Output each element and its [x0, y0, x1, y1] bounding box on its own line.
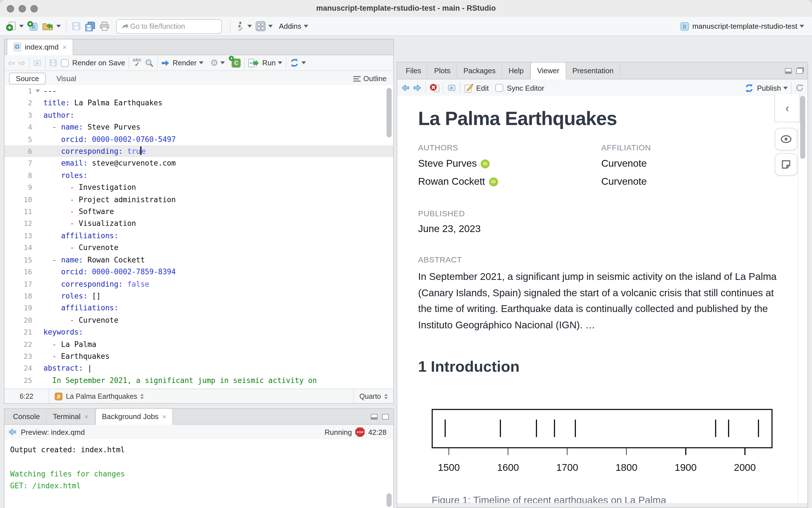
stop-job-icon[interactable]: STOP — [355, 427, 365, 437]
code-line[interactable]: 19 affiliations: — [4, 302, 393, 314]
sync-editor-checkbox[interactable] — [496, 84, 503, 92]
search-icon[interactable] — [145, 58, 154, 67]
clear-viewer-icon[interactable] — [430, 83, 440, 93]
project-selector[interactable]: R manuscript-template-rstudio-test — [679, 21, 804, 31]
code-line[interactable]: 11 - Software — [4, 206, 393, 218]
code-line[interactable]: 4 - name: Steve Purves — [4, 121, 393, 133]
tab-background-jobs[interactable]: Background Jobs × — [95, 409, 173, 425]
visibility-button[interactable] — [775, 128, 797, 151]
tab-help[interactable]: Help — [502, 62, 531, 79]
source-rerun-icon[interactable] — [290, 58, 299, 68]
code-line[interactable]: 6 corresponding: true — [4, 145, 393, 158]
console-output[interactable]: Output created: index.html Watching file… — [4, 439, 393, 508]
orcid-icon[interactable]: iD — [481, 159, 490, 168]
file-type-selector[interactable]: Quarto — [353, 389, 393, 403]
affiliation-label: AFFILIATION — [601, 143, 790, 152]
new-file-button[interactable] — [6, 21, 24, 32]
code-line[interactable]: 14 - Curvenote — [4, 242, 393, 254]
refresh-icon[interactable] — [795, 83, 804, 92]
code-line[interactable]: 18 roles: [] — [4, 290, 393, 302]
code-line[interactable]: 3author: — [4, 109, 393, 121]
editor-scrollbar[interactable] — [387, 88, 392, 137]
publish-caret[interactable] — [783, 86, 788, 89]
goto-file-input[interactable] — [129, 22, 205, 31]
code-line[interactable]: 15 - name: Rowan Cockett — [4, 254, 393, 266]
insert-chunk-icon[interactable]: C+ — [232, 58, 241, 67]
maximize-viewer-pane-icon[interactable] — [796, 68, 803, 74]
viewer-content[interactable]: La Palma Earthquakes AUTHORS AFFILIATION… — [397, 96, 808, 507]
render-on-save-checkbox[interactable] — [61, 59, 69, 67]
version-control-button[interactable] — [236, 21, 252, 32]
goto-file-search[interactable] — [116, 19, 222, 34]
orcid-icon[interactable]: iD — [489, 177, 498, 186]
save-doc-icon[interactable] — [49, 58, 57, 67]
code-line[interactable]: 9 - Investigation — [4, 182, 393, 194]
back-icon[interactable]: ⇦ — [8, 58, 15, 68]
tab-viewer[interactable]: Viewer — [530, 62, 566, 79]
code-line[interactable]: 20 - Curvenote — [4, 314, 393, 326]
code-line[interactable]: 17 corresponding: false — [4, 278, 393, 290]
spellcheck-icon[interactable]: ABC✓ — [132, 58, 142, 68]
edit-button[interactable]: Edit — [476, 84, 489, 92]
tab-console[interactable]: Console — [7, 409, 46, 424]
viewer-popout-icon[interactable] — [447, 84, 456, 92]
code-line[interactable]: 5 orcid: 0000-0002-0760-5497 — [4, 133, 393, 145]
code-line[interactable]: 25 In September 2021, a significant jump… — [4, 375, 393, 387]
code-line[interactable]: 13 affiliations: — [4, 230, 393, 242]
mode-visual-button[interactable]: Visual — [50, 73, 82, 84]
job-title: Preview: index.qmd — [21, 428, 85, 436]
workspace-panes-button[interactable] — [255, 21, 273, 32]
run-caret[interactable] — [278, 61, 282, 64]
code-line[interactable]: 7 email: steve@curvenote.com — [4, 158, 393, 170]
document-outline-selector[interactable]: # La Palma Earthquakes — [48, 389, 150, 403]
outline-button[interactable]: Outline — [353, 74, 389, 83]
code-line[interactable]: 21keywords: — [4, 326, 393, 338]
tab-plots[interactable]: Plots — [428, 62, 457, 79]
tab-terminal[interactable]: Terminal × — [46, 409, 95, 424]
code-line[interactable]: 23 - Earthquakes — [4, 350, 393, 363]
tab-packages[interactable]: Packages — [457, 62, 502, 79]
tab-presentation[interactable]: Presentation — [566, 62, 620, 79]
popout-icon[interactable] — [33, 59, 42, 67]
goto-arrow-icon — [121, 23, 129, 30]
viewer-back-icon[interactable] — [401, 84, 410, 92]
code-line[interactable]: 8 roles: — [4, 170, 393, 182]
publish-button[interactable]: Publish — [757, 84, 781, 92]
code-line[interactable]: 10 - Project administration — [4, 194, 393, 206]
close-terminal-icon[interactable]: × — [84, 413, 88, 420]
close-background-jobs-icon[interactable]: × — [163, 413, 166, 420]
code-line[interactable]: 22 - La Palma — [4, 338, 393, 350]
print-button[interactable] — [99, 22, 110, 31]
save-all-button[interactable] — [84, 21, 96, 31]
gear-caret[interactable] — [220, 61, 225, 64]
close-tab-icon[interactable]: × — [63, 43, 67, 51]
code-line[interactable]: 12 - Visualization — [4, 218, 393, 230]
minimize-viewer-pane-icon[interactable] — [785, 68, 792, 74]
open-file-button[interactable] — [42, 22, 61, 31]
save-button[interactable] — [72, 22, 81, 31]
maximize-pane-icon[interactable] — [382, 414, 389, 419]
tab-files[interactable]: Files — [400, 62, 428, 79]
forward-icon[interactable]: ⇨ — [18, 58, 25, 68]
notes-button[interactable] — [775, 153, 797, 176]
addins-button[interactable]: Addins — [276, 22, 308, 31]
console-scrollbar[interactable] — [387, 493, 392, 507]
code-line[interactable]: 24abstract: | — [4, 363, 393, 375]
tab-index-qmd[interactable]: index.qmd × — [7, 39, 73, 55]
run-button[interactable]: Run — [262, 58, 276, 67]
viewer-forward-icon[interactable] — [413, 84, 422, 92]
code-editor[interactable]: 1---2title: La Palma Earthquakes3author:… — [4, 85, 393, 389]
source-caret[interactable] — [301, 61, 306, 64]
collapse-sidebar-button[interactable]: ‹ — [774, 94, 800, 122]
render-caret[interactable] — [199, 61, 203, 64]
gear-icon[interactable]: ⚙ — [210, 58, 218, 67]
mode-source-button[interactable]: Source — [9, 73, 46, 84]
viewer-scrollbar[interactable] — [800, 96, 805, 159]
code-line[interactable]: 16 orcid: 0000-0002-7859-8394 — [4, 266, 393, 278]
minimize-pane-icon[interactable] — [371, 414, 377, 419]
render-button[interactable]: Render — [173, 58, 197, 67]
code-line[interactable]: 1--- — [4, 85, 393, 97]
new-project-button[interactable]: R — [27, 21, 39, 32]
job-back-icon[interactable] — [8, 428, 16, 436]
code-line[interactable]: 2title: La Palma Earthquakes — [4, 97, 393, 109]
